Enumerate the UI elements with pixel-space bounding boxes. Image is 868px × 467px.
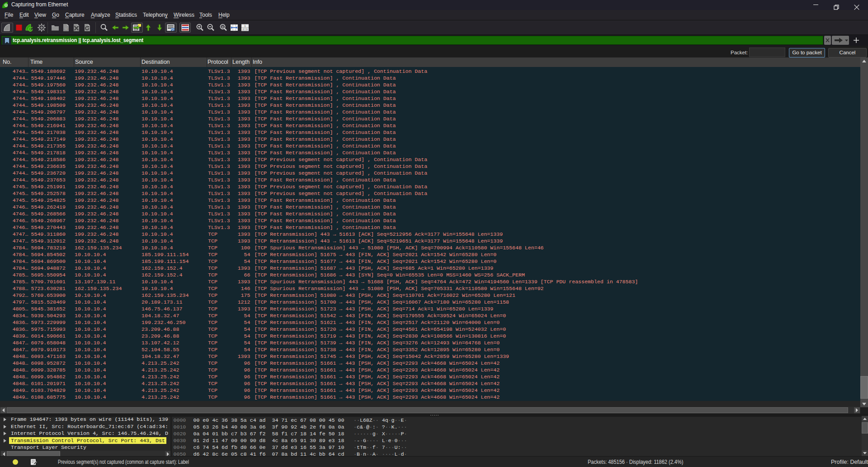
svg-text:010: 010 [64, 28, 68, 30]
